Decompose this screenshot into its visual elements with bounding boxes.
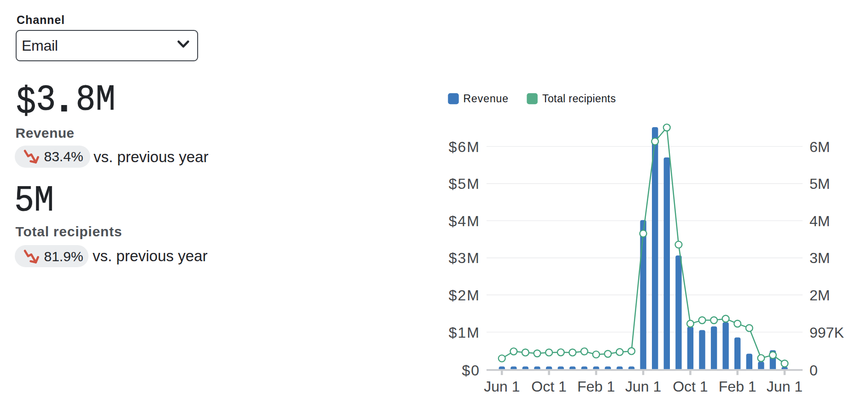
svg-text:5M: 5M	[809, 176, 830, 192]
svg-text:$5M: $5M	[449, 176, 480, 192]
svg-text:Feb 1: Feb 1	[577, 378, 615, 395]
svg-text:Jun 1: Jun 1	[484, 378, 520, 395]
svg-text:$2M: $2M	[449, 287, 480, 304]
svg-text:2M: 2M	[809, 287, 830, 304]
svg-text:6M: 6M	[809, 139, 830, 155]
svg-text:Feb 1: Feb 1	[719, 378, 757, 395]
svg-text:$1M: $1M	[449, 324, 480, 341]
svg-text:Jun 1: Jun 1	[767, 378, 803, 395]
svg-text:3M: 3M	[809, 250, 830, 266]
svg-text:$0: $0	[462, 362, 480, 379]
svg-text:$4M: $4M	[449, 213, 480, 229]
svg-text:0: 0	[809, 362, 818, 379]
svg-text:Oct 1: Oct 1	[673, 378, 708, 395]
svg-text:$6M: $6M	[449, 139, 480, 155]
svg-text:Revenue: Revenue	[463, 93, 509, 105]
svg-text:Jun 1: Jun 1	[625, 378, 661, 395]
svg-text:997K: 997K	[809, 324, 844, 341]
svg-text:Oct 1: Oct 1	[531, 378, 566, 395]
svg-text:Total recipients: Total recipients	[542, 93, 616, 105]
svg-text:4M: 4M	[809, 213, 830, 229]
svg-text:$3M: $3M	[449, 250, 480, 266]
